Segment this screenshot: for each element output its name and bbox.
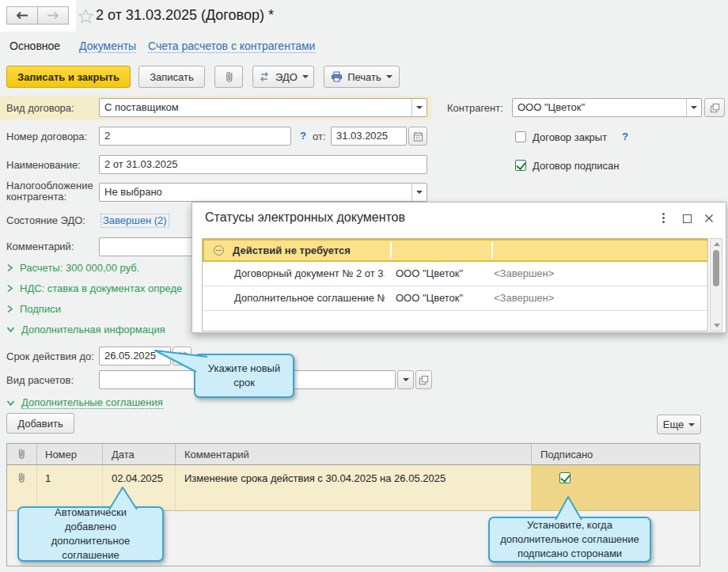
- callout-arrow: [549, 494, 593, 522]
- chevron-right-icon: [6, 305, 13, 313]
- open-icon: [710, 103, 720, 113]
- back-button[interactable]: [6, 6, 38, 25]
- chevron-right-icon: [6, 263, 13, 272]
- column-header-number[interactable]: Номер: [45, 449, 77, 460]
- valid-until-label: Срок действия до:: [6, 350, 94, 362]
- section-calculations[interactable]: Расчеты: 300 000,00 руб.: [6, 262, 139, 274]
- section-signatures[interactable]: Подписи: [6, 303, 61, 315]
- column-header-date[interactable]: Дата: [112, 449, 135, 460]
- popup-row-counterparty: ООО "Цветок": [396, 267, 487, 279]
- popup-status-row[interactable]: Дополнительное соглашение № 1 от 0... ОО…: [203, 286, 707, 311]
- maximize-icon[interactable]: [683, 214, 692, 223]
- counterparty-label: Контрагент:: [447, 102, 503, 114]
- agreement-number: 1: [45, 472, 51, 484]
- open-icon: [419, 375, 429, 385]
- column-header-signed[interactable]: Подписано: [540, 449, 593, 460]
- contract-form-window: 2 от 31.03.2025 (Договор) * Основное Док…: [0, 0, 728, 572]
- chevron-right-icon: [6, 284, 13, 293]
- contract-signed-label: Договор подписан: [533, 160, 619, 172]
- scrollbar-thumb[interactable]: [713, 250, 719, 286]
- calendar-icon: [413, 131, 423, 142]
- popup-group-row[interactable]: Действий не требуется: [203, 239, 708, 262]
- contract-type-label: Вид договора:: [6, 102, 74, 114]
- more-button[interactable]: Еще: [657, 415, 701, 434]
- chevron-down-icon[interactable]: [411, 99, 427, 116]
- popup-status-row[interactable]: Договорный документ № 2 от 31.03.2025 ОО…: [203, 262, 707, 286]
- section-vat[interactable]: НДС: ставка в документах опреде: [6, 282, 182, 294]
- agreement-date: 02.04.2025: [112, 472, 163, 484]
- popup-scrollbar[interactable]: [710, 238, 722, 331]
- printer-icon: [331, 71, 343, 82]
- edo-button[interactable]: ЭДО: [252, 66, 314, 88]
- counterparty-open-button[interactable]: [704, 98, 725, 117]
- close-icon[interactable]: [704, 214, 714, 223]
- agreement-comment: Изменение срока действия с 30.04.2025 на…: [184, 472, 446, 484]
- contract-date-calendar-button[interactable]: [408, 127, 427, 146]
- collapse-minus-icon[interactable]: [214, 245, 224, 256]
- scroll-up-icon[interactable]: [714, 242, 720, 246]
- save-button[interactable]: Записать: [138, 66, 205, 88]
- callout-arrow: [103, 484, 150, 511]
- contract-signed-checkbox[interactable]: [515, 160, 526, 171]
- popup-row-document: Дополнительное соглашение № 1 от 0...: [234, 292, 385, 304]
- save-close-button[interactable]: Записать и закрыть: [6, 66, 131, 88]
- paperclip-icon: [223, 70, 235, 83]
- name-label: Наименование:: [6, 159, 81, 171]
- section-additional-info[interactable]: Дополнительная информация: [6, 324, 165, 335]
- paperclip-icon: [16, 448, 27, 460]
- contract-number-label: Номер договора:: [6, 131, 87, 142]
- checkmark-icon: [560, 472, 570, 483]
- name-input[interactable]: 2 от 31.03.2025: [99, 155, 427, 174]
- add-agreement-button[interactable]: Добавить: [6, 413, 74, 434]
- popup-group-label: Действий не требуется: [233, 244, 351, 256]
- attachments-button[interactable]: [214, 66, 243, 88]
- contract-closed-label: Договор закрыт: [533, 131, 607, 143]
- callout-auto-added: Автоматически добавлено дополнительное с…: [17, 506, 164, 562]
- agreements-table-header: Номер Дата Комментарий Подписано: [7, 444, 700, 465]
- print-button[interactable]: Печать: [324, 66, 400, 88]
- edo-state-link[interactable]: Завершен (2): [100, 214, 169, 228]
- chevron-down-icon[interactable]: [686, 99, 701, 116]
- star-icon[interactable]: [78, 9, 93, 24]
- dropdown-arrow-icon: [302, 75, 309, 78]
- forward-icon: [47, 11, 59, 20]
- settlement-kind-dropdown-button[interactable]: [397, 370, 414, 389]
- chevron-down-icon: [6, 326, 15, 333]
- agreement-signed-checkbox[interactable]: [559, 472, 571, 483]
- contract-closed-checkbox[interactable]: [515, 131, 526, 142]
- contract-date-input[interactable]: 31.03.2025: [331, 127, 407, 146]
- contract-number-input[interactable]: 2: [99, 127, 291, 146]
- contract-type-combo[interactable]: С поставщиком: [99, 98, 427, 117]
- chevron-down-icon: [6, 400, 15, 407]
- question-icon[interactable]: ?: [300, 130, 306, 142]
- forward-button[interactable]: [37, 6, 69, 25]
- checkmark-icon: [516, 160, 525, 170]
- back-icon: [16, 11, 28, 20]
- taxation-combo[interactable]: Не выбрано: [99, 183, 427, 202]
- chevron-down-icon[interactable]: [411, 184, 427, 201]
- edo-exchange-icon: [258, 71, 271, 82]
- callout-arrow: [150, 345, 214, 377]
- scroll-down-icon[interactable]: [714, 324, 720, 328]
- taxation-label: Налогообложение контрагента:: [6, 180, 97, 203]
- question-icon[interactable]: ?: [622, 131, 628, 142]
- tab-documents[interactable]: Документы: [79, 40, 136, 53]
- popup-row-counterparty: ООО "Цветок": [396, 292, 487, 304]
- dropdown-arrow-icon: [386, 75, 392, 78]
- settlement-kind-open-button[interactable]: [415, 370, 432, 389]
- edo-statuses-popup: Статусы электронных документов Действий …: [191, 202, 726, 333]
- tab-main[interactable]: Основное: [9, 40, 60, 52]
- popup-statuses-table: Действий не требуется Договорный докумен…: [202, 238, 708, 331]
- column-header-comment[interactable]: Комментарий: [184, 449, 249, 460]
- section-additional-agreements[interactable]: Дополнительные соглашения: [6, 396, 163, 409]
- page-title: 2 от 31.03.2025 (Договор) *: [96, 7, 274, 24]
- kebab-icon[interactable]: [662, 213, 665, 223]
- popup-title: Статусы электронных документов: [205, 210, 405, 225]
- popup-row-document: Договорный документ № 2 от 31.03.2025: [234, 267, 385, 279]
- tab-accounts[interactable]: Счета расчетов с контрагентами: [148, 40, 315, 53]
- popup-row-status: <Завершен>: [494, 292, 589, 304]
- comment-label: Комментарий:: [6, 241, 74, 252]
- counterparty-combo[interactable]: ООО "Цветок": [512, 98, 702, 117]
- settlement-kind-label: Вид расчетов:: [6, 374, 74, 386]
- paperclip-icon: [16, 472, 27, 483]
